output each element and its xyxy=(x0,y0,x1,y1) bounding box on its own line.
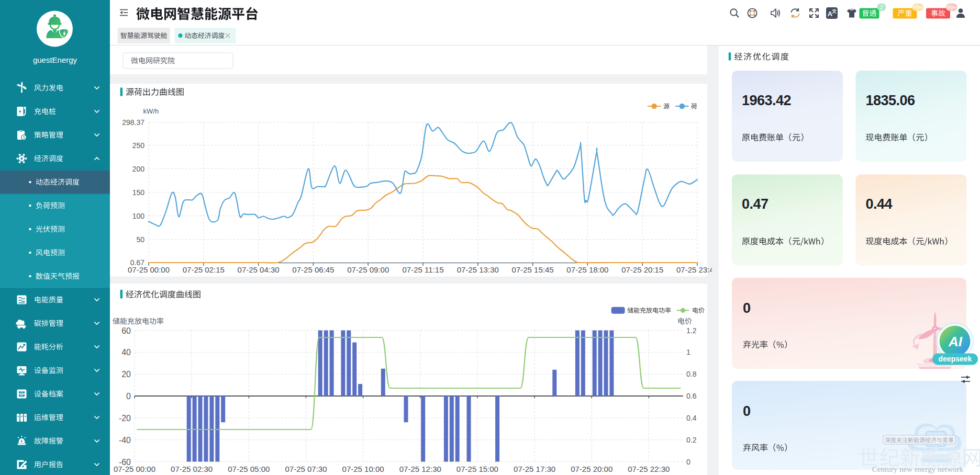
svg-text:07-25 00:00: 07-25 00:00 xyxy=(114,465,155,473)
svg-text:99+: 99+ xyxy=(946,4,956,10)
svg-text:kW/h: kW/h xyxy=(143,107,159,115)
svg-text:1963.42: 1963.42 xyxy=(742,93,791,108)
svg-text:AI: AI xyxy=(948,334,963,349)
svg-text:07-25 17:30: 07-25 17:30 xyxy=(514,465,555,473)
svg-text:0: 0 xyxy=(743,403,751,419)
svg-text:1: 1 xyxy=(686,348,691,356)
svg-text:07-25 00:00: 07-25 00:00 xyxy=(128,265,170,274)
svg-text:07-25 12:30: 07-25 12:30 xyxy=(399,465,441,473)
svg-text:07-25 07:30: 07-25 07:30 xyxy=(285,465,327,473)
svg-text:0.44: 0.44 xyxy=(865,196,892,212)
svg-text:-20: -20 xyxy=(119,414,131,423)
svg-text:07-25 02:30: 07-25 02:30 xyxy=(171,465,213,473)
svg-text:07-25 04:30: 07-25 04:30 xyxy=(238,265,280,274)
svg-text:deepseek: deepseek xyxy=(939,355,972,363)
svg-text:298.37: 298.37 xyxy=(122,118,144,127)
svg-text:A: A xyxy=(828,10,833,18)
svg-text:Century new energy network: Century new energy network xyxy=(872,465,964,473)
svg-text:0.8: 0.8 xyxy=(686,370,697,378)
svg-text:50: 50 xyxy=(136,235,144,244)
svg-text:07-25 22:30: 07-25 22:30 xyxy=(628,465,670,473)
svg-text:60: 60 xyxy=(121,326,131,335)
svg-text:150: 150 xyxy=(132,188,145,197)
svg-text:07-25 20:15: 07-25 20:15 xyxy=(621,265,663,274)
svg-text:40: 40 xyxy=(121,348,131,357)
svg-text:guestEnergy: guestEnergy xyxy=(33,55,77,64)
svg-text:20: 20 xyxy=(121,370,131,379)
svg-text:0.47: 0.47 xyxy=(742,196,769,212)
svg-text:07-25 15:00: 07-25 15:00 xyxy=(456,465,498,473)
svg-text:07-25 06:45: 07-25 06:45 xyxy=(292,265,334,274)
svg-text:1835.06: 1835.06 xyxy=(865,93,915,108)
svg-text:100: 100 xyxy=(132,212,145,220)
svg-text:2: 2 xyxy=(880,4,883,10)
svg-text:99+: 99+ xyxy=(913,4,923,10)
svg-text:07-25 13:30: 07-25 13:30 xyxy=(457,265,499,274)
svg-text:0: 0 xyxy=(126,392,131,401)
svg-text:07-25 20:00: 07-25 20:00 xyxy=(571,465,612,473)
svg-text:-40: -40 xyxy=(119,436,131,445)
svg-text:250: 250 xyxy=(132,141,145,150)
svg-text:0.6: 0.6 xyxy=(686,392,697,400)
svg-text:07-25 11:15: 07-25 11:15 xyxy=(403,265,444,274)
svg-text:200: 200 xyxy=(132,165,145,173)
svg-text:1.2: 1.2 xyxy=(686,326,697,335)
svg-text:07-25 05:00: 07-25 05:00 xyxy=(228,465,270,473)
svg-text:07-25 15:45: 07-25 15:45 xyxy=(512,265,554,274)
svg-text:07-25 18:00: 07-25 18:00 xyxy=(566,265,608,274)
svg-text:07-25 10:00: 07-25 10:00 xyxy=(342,465,384,473)
svg-text:0: 0 xyxy=(743,300,751,316)
svg-text:07-25 09:00: 07-25 09:00 xyxy=(347,265,389,274)
svg-text:0.2: 0.2 xyxy=(686,436,697,444)
svg-text:07-25 02:15: 07-25 02:15 xyxy=(183,265,225,274)
svg-text:0: 0 xyxy=(686,458,691,466)
svg-text:0.4: 0.4 xyxy=(686,414,697,422)
